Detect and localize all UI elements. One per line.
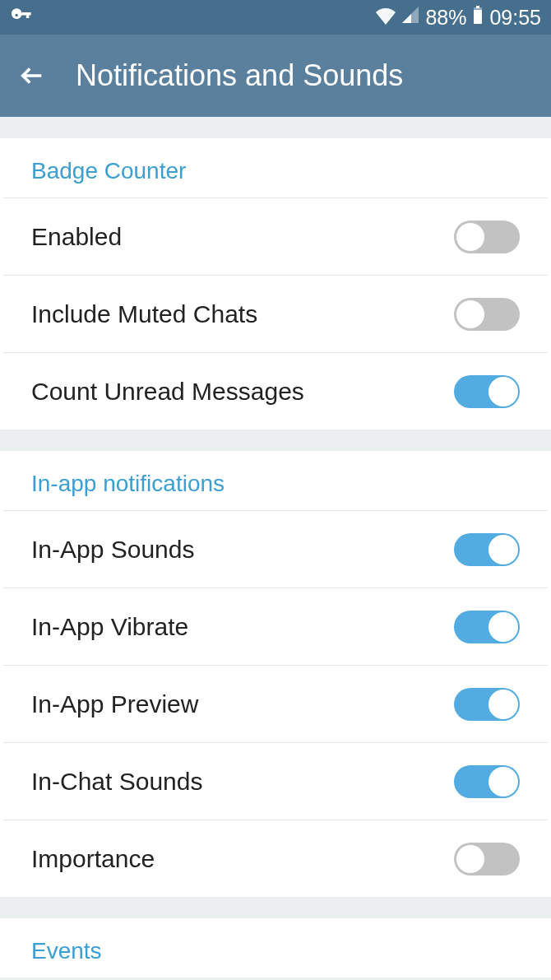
battery-percent: 88% (425, 6, 466, 30)
settings-content[interactable]: Badge Counter Enabled Include Muted Chat… (0, 138, 551, 978)
row-label-muted: Include Muted Chats (31, 300, 257, 328)
row-inchat-sounds[interactable]: In-Chat Sounds (3, 742, 548, 820)
toggle-sounds[interactable] (454, 533, 520, 566)
row-inapp-vibrate[interactable]: In-App Vibrate (3, 588, 548, 665)
section-badge-counter: Badge Counter Enabled Include Muted Chat… (0, 138, 551, 430)
row-label-chatsounds: In-Chat Sounds (31, 768, 202, 796)
page-title: Notifications and Sounds (76, 58, 403, 93)
toggle-unread[interactable] (454, 375, 520, 408)
toggle-preview[interactable] (454, 688, 520, 721)
wifi-icon (376, 5, 396, 30)
row-inapp-sounds[interactable]: In-App Sounds (3, 510, 548, 588)
row-label-enabled: Enabled (31, 223, 122, 251)
status-bar: 88% 09:55 (0, 0, 551, 35)
row-label-vibrate: In-App Vibrate (31, 613, 188, 641)
row-label-importance: Importance (31, 845, 155, 873)
app-header: Notifications and Sounds (0, 35, 551, 117)
battery-icon (471, 5, 484, 30)
svg-rect-1 (474, 10, 482, 24)
toggle-muted[interactable] (454, 298, 520, 331)
toggle-chatsounds[interactable] (454, 765, 520, 798)
vpn-key-icon (10, 4, 33, 30)
row-label-unread: Count Unread Messages (31, 378, 304, 406)
toggle-importance[interactable] (454, 843, 520, 875)
row-enabled[interactable]: Enabled (3, 197, 548, 275)
section-inapp: In-app notifications In-App Sounds In-Ap… (0, 451, 551, 897)
section-events: Events (0, 918, 551, 978)
row-include-muted[interactable]: Include Muted Chats (3, 275, 548, 352)
row-inapp-preview[interactable]: In-App Preview (3, 665, 548, 742)
clock-time: 09:55 (489, 6, 541, 30)
toggle-enabled[interactable] (454, 221, 520, 253)
svg-rect-2 (476, 6, 479, 8)
row-importance[interactable]: Importance (3, 820, 548, 897)
section-title-badge: Badge Counter (3, 138, 548, 197)
row-label-sounds: In-App Sounds (31, 536, 194, 564)
section-title-events: Events (3, 918, 548, 978)
row-count-unread[interactable]: Count Unread Messages (3, 352, 548, 430)
row-label-preview: In-App Preview (31, 690, 198, 718)
back-button[interactable] (18, 62, 46, 90)
toggle-vibrate[interactable] (454, 611, 520, 643)
section-title-inapp: In-app notifications (3, 451, 548, 510)
signal-icon (401, 5, 420, 30)
